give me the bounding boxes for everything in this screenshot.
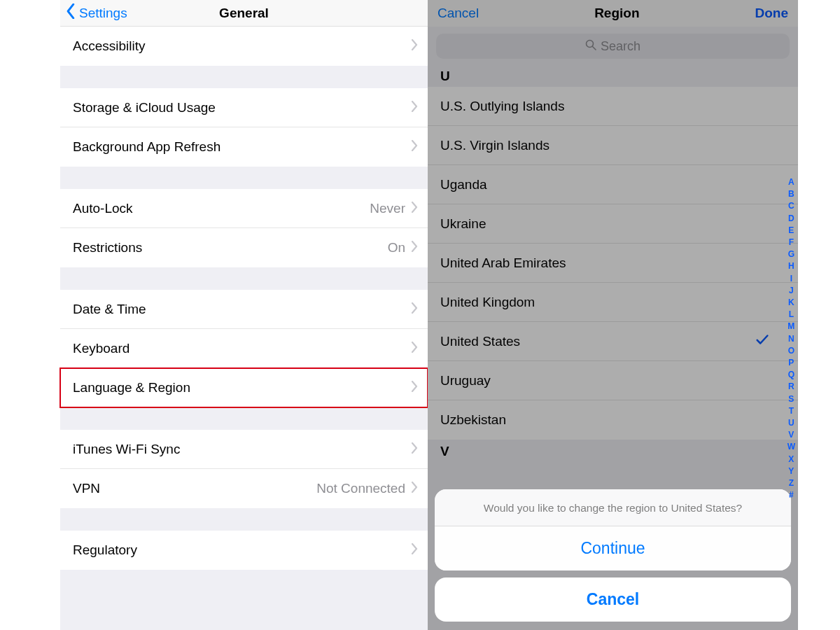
chevron-right-icon [411,543,418,557]
index-letter[interactable]: I [790,273,792,285]
chevron-right-icon [411,241,418,255]
index-letter[interactable]: W [788,441,795,453]
region-name: U.S. Outlying Islands [440,99,564,114]
page-title: General [219,6,269,21]
row-label: Date & Time [73,302,146,317]
index-letter[interactable]: X [788,454,794,465]
settings-row-auto-lock[interactable]: Auto-LockNever [60,189,428,228]
done-button[interactable]: Done [755,6,788,21]
chevron-right-icon [411,202,418,216]
region-row-uganda[interactable]: Uganda [428,165,798,204]
sheet-message: Would you like to change the region to U… [435,489,791,526]
region-name: Uruguay [440,373,491,388]
region-row-ukraine[interactable]: Ukraine [428,204,798,244]
sheet-continue-button[interactable]: Continue [435,526,791,570]
index-letter[interactable]: M [788,321,794,332]
index-letter[interactable]: V [788,429,794,441]
index-letter[interactable]: Q [788,369,794,381]
index-letter[interactable]: Z [789,477,794,489]
row-label: Language & Region [73,380,190,396]
index-letter[interactable]: U [788,417,794,429]
row-label: Keyboard [73,341,130,356]
chevron-right-icon [411,140,418,154]
index-letter[interactable]: A [788,176,794,188]
section-header: U [428,64,798,87]
navbar-region: Cancel Region Done [428,0,798,27]
chevron-right-icon [411,342,418,356]
index-letter[interactable]: R [788,381,794,393]
index-letter[interactable]: P [788,357,794,369]
settings-row-restrictions[interactable]: RestrictionsOn [60,228,428,267]
checkmark-icon [755,332,770,351]
region-row-united-states[interactable]: United States [428,322,798,361]
region-row-uzbekistan[interactable]: Uzbekistan [428,400,798,440]
chevron-right-icon [411,442,418,456]
index-letter[interactable]: K [788,297,794,309]
section-header: V [428,440,798,462]
index-letter[interactable]: T [789,405,794,417]
chevron-right-icon [411,39,418,53]
row-label: VPN [73,481,100,496]
index-letter[interactable]: B [788,188,794,200]
settings-row-accessibility[interactable]: Accessibility [60,27,428,66]
region-row-uruguay[interactable]: Uruguay [428,361,798,400]
page-title: Region [594,6,639,21]
index-letter[interactable]: C [788,200,794,212]
chevron-left-icon [66,4,79,22]
row-label: Accessibility [73,38,145,54]
index-letter[interactable]: E [788,225,794,237]
row-label: Restrictions [73,240,142,255]
region-name: Ukraine [440,216,486,232]
settings-row-itunes-wi-fi-sync[interactable]: iTunes Wi-Fi Sync [60,430,428,469]
row-label: Regulatory [73,542,137,558]
chevron-right-icon [411,101,418,115]
settings-row-background-app-refresh[interactable]: Background App Refresh [60,127,428,167]
row-label: iTunes Wi-Fi Sync [73,442,180,457]
index-letter[interactable]: D [788,213,794,225]
region-row-u-s-outlying-islands[interactable]: U.S. Outlying Islands [428,87,798,126]
search-input[interactable]: Search [436,34,790,59]
search-icon [585,39,601,54]
index-letter[interactable]: J [789,285,794,297]
settings-row-vpn[interactable]: VPNNot Connected [60,469,428,508]
chevron-right-icon [411,381,418,395]
region-name: United Kingdom [440,295,535,310]
cancel-button[interactable]: Cancel [438,6,479,21]
navbar-general: Settings General [60,0,428,27]
row-value: Never [370,201,405,216]
index-letter[interactable]: # [789,489,794,501]
chevron-right-icon [411,302,418,316]
row-value: Not Connected [316,481,405,496]
region-row-united-kingdom[interactable]: United Kingdom [428,283,798,322]
index-letter[interactable]: F [789,237,794,248]
index-letter[interactable]: H [788,260,794,272]
confirm-region-sheet: Would you like to change the region to U… [435,489,791,622]
search-placeholder: Search [601,39,640,54]
back-to-settings-button[interactable]: Settings [66,4,127,22]
sheet-cancel-button[interactable]: Cancel [435,578,791,622]
index-letter[interactable]: L [789,309,794,321]
settings-row-storage-icloud-usage[interactable]: Storage & iCloud Usage [60,88,428,127]
region-row-u-s-virgin-islands[interactable]: U.S. Virgin Islands [428,126,798,165]
settings-row-date-time[interactable]: Date & Time [60,290,428,329]
settings-row-language-region[interactable]: Language & Region [60,368,428,407]
index-letter[interactable]: Y [788,465,794,477]
index-letter[interactable]: G [788,248,794,260]
region-name: United States [440,334,520,349]
row-label: Storage & iCloud Usage [73,100,216,115]
region-name: Uzbekistan [440,412,506,428]
row-label: Auto-Lock [73,201,133,216]
index-letter[interactable]: O [788,345,794,357]
region-row-united-arab-emirates[interactable]: United Arab Emirates [428,244,798,283]
row-value: On [388,240,405,255]
chevron-right-icon [411,482,418,496]
alphabet-index[interactable]: ABCDEFGHIJKLMNOPQRSTUVWXYZ# [788,176,795,501]
index-letter[interactable]: N [788,333,794,345]
row-label: Background App Refresh [73,139,220,155]
settings-row-keyboard[interactable]: Keyboard [60,329,428,368]
region-picker-pane: Cancel Region Done Search UU.S. Outlying… [428,0,798,630]
region-name: U.S. Virgin Islands [440,138,550,153]
back-label: Settings [79,6,127,21]
settings-row-regulatory[interactable]: Regulatory [60,531,428,570]
index-letter[interactable]: S [788,393,794,405]
